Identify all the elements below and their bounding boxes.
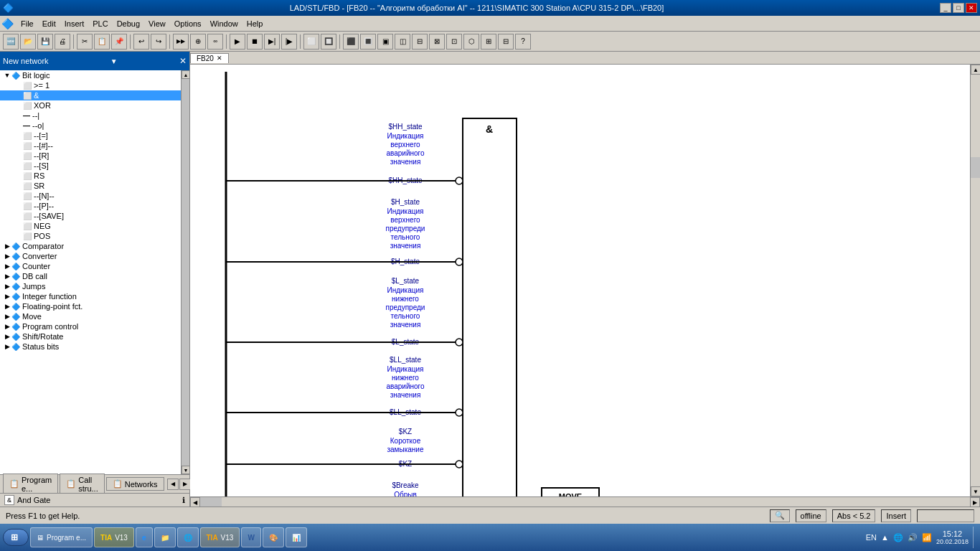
tree-pos-edge[interactable]: ⬜ --[P]-- xyxy=(0,201,181,211)
tree-converter[interactable]: ▶ 🔷 Converter xyxy=(0,251,181,261)
save-btn[interactable]: 💾 xyxy=(37,34,53,50)
tree-xor[interactable]: ⬜ XOR xyxy=(0,100,181,110)
tree-bit-logic[interactable]: ▼ 🔷 Bit logic xyxy=(0,70,181,80)
help-btn[interactable]: ? xyxy=(515,34,531,50)
expand-icon[interactable]: ▶ xyxy=(3,323,11,330)
btn11[interactable]: ▣ xyxy=(377,34,393,50)
tree-rs[interactable]: ⬜ RS xyxy=(0,171,181,181)
taskbar-lad[interactable]: 📊 xyxy=(286,527,307,547)
h-scroll-thumb[interactable] xyxy=(200,497,222,507)
taskbar-chrome[interactable]: 🌐 xyxy=(177,527,199,547)
minimize-button[interactable]: _ xyxy=(940,3,951,13)
btn6[interactable]: |▶ xyxy=(281,34,297,50)
redo-btn[interactable]: ↪ xyxy=(151,34,166,50)
menu-debug[interactable]: Debug xyxy=(113,18,144,29)
diagram-area[interactable]: & $HH_state Индикация верхнего аварийног… xyxy=(190,65,970,496)
undo-btn[interactable]: ↩ xyxy=(133,34,149,50)
expand-icon[interactable]: ▶ xyxy=(3,273,11,280)
expand-icon[interactable]: ▶ xyxy=(3,303,11,310)
tree-sr[interactable]: ⬜ SR xyxy=(0,181,181,191)
expand-icon[interactable]: ▶ xyxy=(3,293,11,300)
tree-status[interactable]: ▶ 🔷 Status bits xyxy=(0,342,181,352)
tree-move[interactable]: ▶ 🔷 Move xyxy=(0,311,181,321)
show-desktop-btn[interactable] xyxy=(973,527,977,548)
btn3[interactable]: ∞ xyxy=(207,34,223,50)
scroll-up-btn[interactable]: ▲ xyxy=(182,70,189,79)
tree-reset[interactable]: ⬜ --[R] xyxy=(0,151,181,161)
tab-networks[interactable]: 📋 Networks xyxy=(106,477,164,491)
tree-and[interactable]: ⬜ & xyxy=(0,90,181,100)
taskbar-explorer[interactable]: 📁 xyxy=(154,527,176,547)
taskbar-paint[interactable]: 🎨 xyxy=(263,527,284,547)
editor-tab-close[interactable]: ✕ xyxy=(217,55,222,62)
tree-set[interactable]: ⬜ --[S] xyxy=(0,161,181,171)
expand-icon[interactable]: ▶ xyxy=(3,263,11,270)
btn16[interactable]: ⬡ xyxy=(463,34,479,50)
paste-btn[interactable]: 📌 xyxy=(111,34,127,50)
tree-float[interactable]: ▶ 🔷 Floating-point fct. xyxy=(0,301,181,311)
editor-tab[interactable]: FB20 ✕ xyxy=(190,53,229,63)
nav-prev-btn[interactable]: ◀ xyxy=(167,479,179,490)
tree-neg-edge[interactable]: ⬜ --[N]-- xyxy=(0,191,181,201)
tree-integer[interactable]: ▶ 🔷 Integer function xyxy=(0,291,181,301)
run-btn[interactable]: ▶ xyxy=(230,34,245,50)
tree-shiftrotate[interactable]: ▶ 🔷 Shift/Rotate xyxy=(0,331,181,342)
cut-btn[interactable]: ✂ xyxy=(77,34,93,50)
scroll-right-btn[interactable]: ▶ xyxy=(970,497,980,507)
nav-next-btn[interactable]: ▶ xyxy=(179,479,191,490)
tree-scrollbar[interactable]: ▲ ▼ xyxy=(181,70,189,474)
btn9[interactable]: ⬛ xyxy=(343,34,359,50)
btn1[interactable]: ▶▶ xyxy=(173,34,189,50)
tree-noc[interactable]: — --| xyxy=(0,110,181,121)
scroll-thumb[interactable] xyxy=(182,79,189,466)
expand-icon[interactable]: ▶ xyxy=(3,242,11,250)
btn12[interactable]: ◫ xyxy=(395,34,410,50)
btn17[interactable]: ⊞ xyxy=(481,34,496,50)
btn8[interactable]: 🔲 xyxy=(321,34,336,50)
new-btn[interactable]: 🆕 xyxy=(3,34,19,50)
tree-program[interactable]: ▶ 🔷 Program control xyxy=(0,321,181,331)
tree-save[interactable]: ⬜ --[SAVE] xyxy=(0,211,181,221)
panel-close-btn[interactable]: ✕ xyxy=(179,56,187,66)
expand-icon[interactable]: ▶ xyxy=(3,253,11,260)
taskbar-tia[interactable]: TIA V13 xyxy=(94,527,134,547)
btn15[interactable]: ⊡ xyxy=(446,34,462,50)
right-scrollbar[interactable]: ▲ ▼ xyxy=(970,65,980,496)
btn7[interactable]: ⬜ xyxy=(303,34,319,50)
tab-program[interactable]: 📋 Program e... xyxy=(3,474,58,495)
print-btn[interactable]: 🖨 xyxy=(55,34,70,50)
menu-help[interactable]: Help xyxy=(242,18,268,29)
btn14[interactable]: ⊠ xyxy=(429,34,445,50)
expand-icon[interactable]: ▶ xyxy=(3,343,11,350)
btn5[interactable]: ▶| xyxy=(264,34,280,50)
btn2[interactable]: ⊕ xyxy=(190,34,206,50)
panel-expand-btn[interactable]: ▼ xyxy=(106,53,122,69)
btn10[interactable]: 🔳 xyxy=(360,34,376,50)
tree-jumps[interactable]: ▶ 🔷 Jumps xyxy=(0,281,181,291)
restore-button[interactable]: □ xyxy=(953,3,964,13)
tree-comparator[interactable]: ▶ 🔷 Comparator xyxy=(0,241,181,251)
menu-view[interactable]: View xyxy=(144,18,170,29)
menu-file[interactable]: File xyxy=(17,18,38,29)
expand-icon[interactable]: ▶ xyxy=(3,333,11,340)
taskbar-ie[interactable]: e xyxy=(136,527,153,547)
tree-pos[interactable]: ⬜ POS xyxy=(0,231,181,241)
taskbar-program[interactable]: 🖥 Program e... xyxy=(30,527,93,547)
expand-icon[interactable]: ▶ xyxy=(3,313,11,320)
tree-midline[interactable]: ⬜ --[#]-- xyxy=(0,141,181,151)
tree-counter[interactable]: ▶ 🔷 Counter xyxy=(0,261,181,271)
scroll-left-btn[interactable]: ◀ xyxy=(190,497,200,507)
menu-options[interactable]: Options xyxy=(170,18,206,29)
stop-btn[interactable]: ⏹ xyxy=(247,34,263,50)
menu-edit[interactable]: Edit xyxy=(38,18,60,29)
tree-coil[interactable]: ⬜ --[=] xyxy=(0,131,181,141)
tree-ncc[interactable]: — --o| xyxy=(0,121,181,131)
close-button[interactable]: ✕ xyxy=(966,3,977,13)
tab-callstruct[interactable]: 📋 Call stru... xyxy=(60,474,105,495)
taskbar-simatic[interactable]: TIA V13 xyxy=(200,527,240,547)
tree-dbcall[interactable]: ▶ 🔷 DB call xyxy=(0,271,181,281)
btn18[interactable]: ⊟ xyxy=(498,34,514,50)
scroll-down-right[interactable]: ▼ xyxy=(971,486,980,496)
tree-neg[interactable]: ⬜ NEG xyxy=(0,221,181,231)
copy-btn[interactable]: 📋 xyxy=(94,34,110,50)
